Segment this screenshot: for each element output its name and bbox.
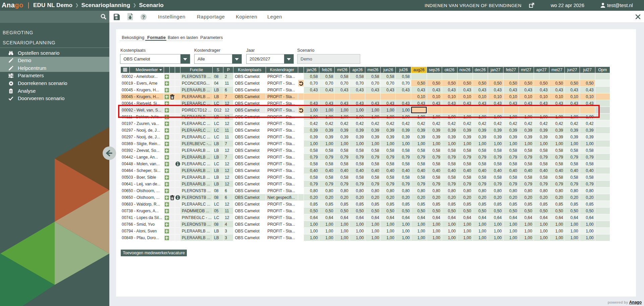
svg-text:?: ? — [142, 14, 145, 20]
